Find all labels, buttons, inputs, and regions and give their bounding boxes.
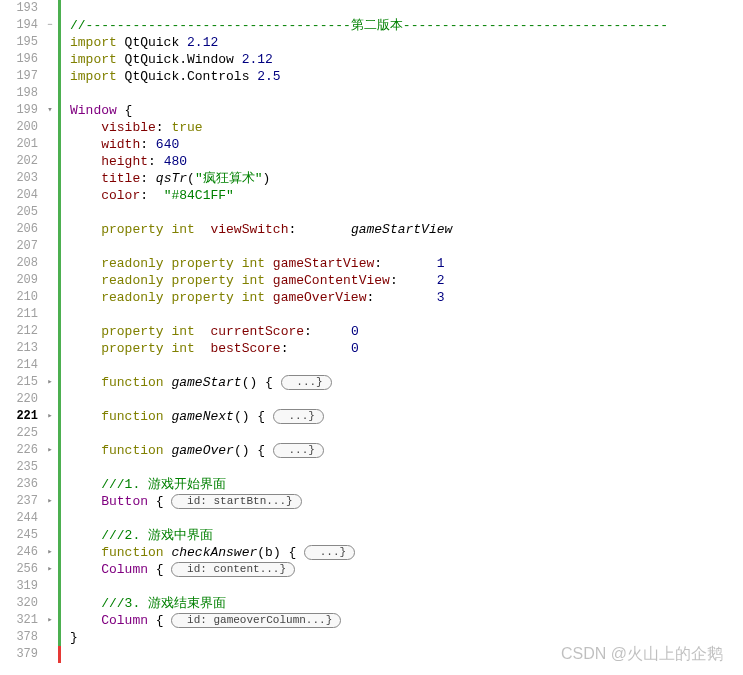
code-line[interactable] — [70, 85, 743, 102]
code-line[interactable]: property int currentScore: 0 — [70, 323, 743, 340]
fold-collapsed-icon[interactable]: ▸ — [45, 377, 55, 387]
line-number[interactable]: 221 — [0, 408, 40, 425]
fold-collapsed-icon[interactable]: ▸ — [45, 411, 55, 421]
line-number[interactable]: 208 — [0, 255, 40, 272]
code-line[interactable]: Column { id: content...} — [70, 561, 743, 578]
code-line[interactable] — [70, 578, 743, 595]
code-line[interactable]: width: 640 — [70, 136, 743, 153]
code-line[interactable]: //----------------------------------第二版本… — [70, 17, 743, 34]
line-number[interactable]: 205 — [0, 204, 40, 221]
folded-code-placeholder[interactable]: ...} — [273, 443, 324, 458]
code-line[interactable] — [70, 646, 743, 663]
line-number[interactable]: 195 — [0, 34, 40, 51]
code-line[interactable]: title: qsTr("疯狂算术") — [70, 170, 743, 187]
code-line[interactable] — [70, 391, 743, 408]
line-number[interactable]: 235 — [0, 459, 40, 476]
line-number[interactable]: 246 — [0, 544, 40, 561]
line-number[interactable]: 210 — [0, 289, 40, 306]
code-line[interactable]: function checkAnswer(b) { ...} — [70, 544, 743, 561]
code-line[interactable]: ///3. 游戏结束界面 — [70, 595, 743, 612]
line-number[interactable]: 204 — [0, 187, 40, 204]
code-line[interactable]: property int bestScore: 0 — [70, 340, 743, 357]
fold-collapsed-icon[interactable]: ▸ — [45, 496, 55, 506]
line-number[interactable]: 201 — [0, 136, 40, 153]
code-line[interactable]: visible: true — [70, 119, 743, 136]
folded-code-placeholder[interactable]: id: gameoverColumn...} — [171, 613, 341, 628]
line-number[interactable]: 193 — [0, 0, 40, 17]
code-line[interactable]: Button { id: startBtn...} — [70, 493, 743, 510]
code-line[interactable]: readonly property int gameContentView: 2 — [70, 272, 743, 289]
code-line[interactable]: Window { — [70, 102, 743, 119]
line-number[interactable]: 194 — [0, 17, 40, 34]
fold-collapsed-icon[interactable]: ▸ — [45, 615, 55, 625]
fold-expanded-icon[interactable]: ▾ — [45, 105, 55, 115]
folded-code-placeholder[interactable]: ...} — [304, 545, 355, 560]
line-number[interactable]: 379 — [0, 646, 40, 663]
folded-code-placeholder[interactable]: ...} — [281, 375, 332, 390]
code-line[interactable] — [70, 459, 743, 476]
code-line[interactable] — [70, 204, 743, 221]
folded-code-placeholder[interactable]: ...} — [273, 409, 324, 424]
line-number[interactable]: 226 — [0, 442, 40, 459]
code-line[interactable] — [70, 0, 743, 17]
code-line[interactable]: color: "#84C1FF" — [70, 187, 743, 204]
line-number[interactable]: 206 — [0, 221, 40, 238]
code-line[interactable]: ///1. 游戏开始界面 — [70, 476, 743, 493]
line-number[interactable]: 245 — [0, 527, 40, 544]
line-number[interactable]: 237 — [0, 493, 40, 510]
code-line[interactable] — [70, 425, 743, 442]
fold-collapsed-icon[interactable]: ▸ — [45, 547, 55, 557]
code-line[interactable]: readonly property int gameOverView: 3 — [70, 289, 743, 306]
code-line[interactable]: ///2. 游戏中界面 — [70, 527, 743, 544]
line-number[interactable]: 212 — [0, 323, 40, 340]
folded-code-placeholder[interactable]: id: startBtn...} — [171, 494, 301, 509]
fold-column[interactable]: −▾▸▸▸▸▸▸▸ — [44, 0, 58, 675]
code-line[interactable]: function gameNext() { ...} — [70, 408, 743, 425]
line-number[interactable]: 211 — [0, 306, 40, 323]
code-line[interactable]: height: 480 — [70, 153, 743, 170]
code-line[interactable]: property int viewSwitch: gameStartView — [70, 221, 743, 238]
line-number[interactable]: 225 — [0, 425, 40, 442]
line-number[interactable]: 256 — [0, 561, 40, 578]
folded-code-placeholder[interactable]: id: content...} — [171, 562, 295, 577]
code-line[interactable]: import QtQuick 2.12 — [70, 34, 743, 51]
line-number[interactable]: 220 — [0, 391, 40, 408]
line-number[interactable]: 378 — [0, 629, 40, 646]
line-number[interactable]: 197 — [0, 68, 40, 85]
code-line[interactable]: import QtQuick.Controls 2.5 — [70, 68, 743, 85]
code-line[interactable]: readonly property int gameStartView: 1 — [70, 255, 743, 272]
line-number[interactable]: 320 — [0, 595, 40, 612]
fold-collapsed-icon[interactable]: ▸ — [45, 564, 55, 574]
code-line[interactable]: import QtQuick.Window 2.12 — [70, 51, 743, 68]
line-number[interactable]: 319 — [0, 578, 40, 595]
change-marker — [58, 595, 61, 612]
code-line[interactable]: } — [70, 629, 743, 646]
code-line[interactable] — [70, 357, 743, 374]
fold-collapsed-icon[interactable]: ▸ — [45, 445, 55, 455]
line-number[interactable]: 207 — [0, 238, 40, 255]
code-line[interactable]: function gameOver() { ...} — [70, 442, 743, 459]
code-line[interactable] — [70, 306, 743, 323]
code-line[interactable] — [70, 510, 743, 527]
line-number[interactable]: 215 — [0, 374, 40, 391]
change-bar — [58, 0, 62, 675]
line-number[interactable]: 198 — [0, 85, 40, 102]
line-number[interactable]: 196 — [0, 51, 40, 68]
line-number[interactable]: 203 — [0, 170, 40, 187]
line-number[interactable]: 213 — [0, 340, 40, 357]
line-number[interactable]: 236 — [0, 476, 40, 493]
code-line[interactable]: Column { id: gameoverColumn...} — [70, 612, 743, 629]
line-number[interactable]: 214 — [0, 357, 40, 374]
line-number[interactable]: 321 — [0, 612, 40, 629]
code-editor: 1931941951961971981992002012022032042052… — [0, 0, 743, 675]
line-number[interactable]: 202 — [0, 153, 40, 170]
line-number-gutter[interactable]: 1931941951961971981992002012022032042052… — [0, 0, 44, 675]
line-number[interactable]: 244 — [0, 510, 40, 527]
fold-expanded-icon[interactable]: − — [45, 20, 55, 30]
line-number[interactable]: 209 — [0, 272, 40, 289]
code-line[interactable] — [70, 238, 743, 255]
code-line[interactable]: function gameStart() { ...} — [70, 374, 743, 391]
code-area[interactable]: //----------------------------------第二版本… — [62, 0, 743, 675]
line-number[interactable]: 200 — [0, 119, 40, 136]
line-number[interactable]: 199 — [0, 102, 40, 119]
